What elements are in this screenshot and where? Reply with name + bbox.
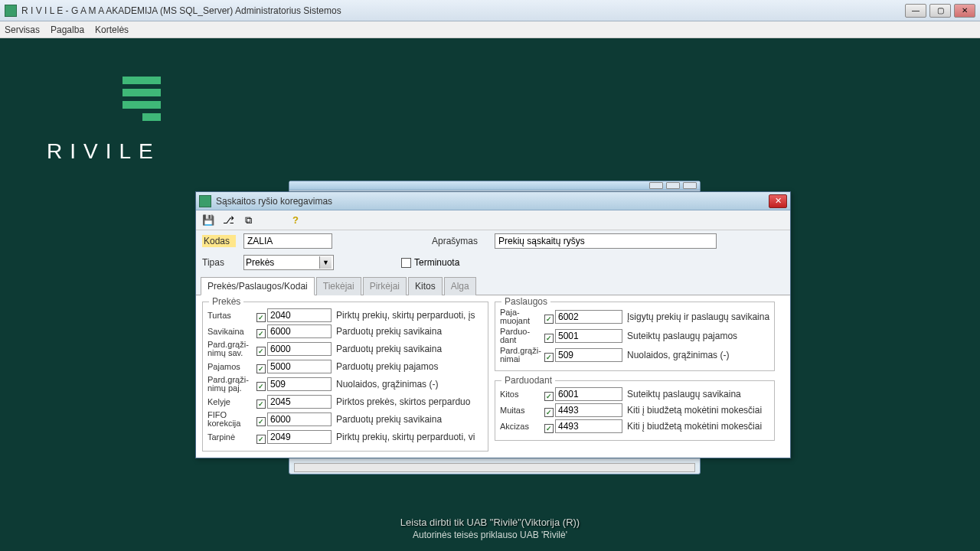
titlebar: R I V I L E - G A M A AKADEMIJA (MS SQL_… bbox=[0, 0, 980, 21]
menubar: Servisas Pagalba Kortelės bbox=[0, 21, 980, 38]
prekes-check[interactable]: ✓ bbox=[256, 399, 266, 409]
maximize-button[interactable]: ▢ bbox=[929, 4, 951, 18]
terminuota-label: Terminuota bbox=[414, 257, 459, 268]
logo: RIVILE bbox=[47, 77, 161, 164]
parduodant-row: Akcizas✓Kiti į biudžetą mokėtini mokesči… bbox=[500, 419, 769, 433]
dialog-close-button[interactable]: ✕ bbox=[769, 194, 787, 208]
menu-pagalba[interactable]: Pagalba bbox=[51, 24, 84, 35]
prekes-code-input[interactable] bbox=[267, 395, 332, 409]
minimize-button[interactable]: — bbox=[905, 4, 926, 18]
prekes-code-input[interactable] bbox=[267, 377, 332, 391]
prekes-label: Pard.grąži-nimų paj. bbox=[207, 376, 256, 393]
prekes-code-input[interactable] bbox=[267, 360, 332, 373]
group-prekes: Prekės Turtas✓Pirktų prekių, skirtų perp… bbox=[202, 302, 488, 452]
parduodant-code-input[interactable] bbox=[555, 403, 622, 417]
footer-line2: Autorinės teisės priklauso UAB 'Rivilė' bbox=[4, 530, 976, 540]
terminuota-checkbox-wrap[interactable]: Terminuota bbox=[401, 257, 459, 268]
window-controls: — ▢ ✕ bbox=[905, 4, 975, 18]
prekes-row: Tarpinė✓Pirktų prekių, skirtų perparduot… bbox=[207, 430, 483, 444]
parduodant-check[interactable]: ✓ bbox=[544, 424, 554, 433]
save-icon[interactable]: 💾 bbox=[201, 213, 216, 228]
prekes-code-input[interactable] bbox=[267, 308, 332, 322]
parduodant-desc: Kiti į biudžetą mokėtini mokesčiai bbox=[627, 405, 769, 416]
prekes-label: FIFOkorekcija bbox=[207, 411, 256, 428]
parduodant-desc: Kiti į biudžetą mokėtini mokesčiai bbox=[627, 421, 769, 432]
footer: Leista dirbti tik UAB "Rivilė"(Viktorija… bbox=[4, 517, 976, 540]
paslaugos-check[interactable]: ✓ bbox=[544, 315, 554, 324]
prekes-label: Pard.grąži-nimų sav. bbox=[207, 341, 256, 357]
prekes-code-input[interactable] bbox=[267, 324, 332, 338]
prekes-row: Pajamos✓Parduotų prekių pajamos bbox=[207, 360, 483, 373]
parduodant-code-input[interactable] bbox=[555, 387, 622, 401]
group-parduodant-title: Parduodant bbox=[501, 375, 555, 386]
prekes-check[interactable]: ✓ bbox=[256, 382, 266, 391]
parduodant-label: Muitas bbox=[500, 406, 544, 415]
bg-scrollbar[interactable] bbox=[294, 463, 695, 472]
prekes-desc: Nuolaidos, grąžinimas (-) bbox=[336, 379, 483, 390]
tab-prekes-paslaugos-kodai[interactable]: Prekės/Paslaugos/Kodai bbox=[201, 277, 315, 295]
paslaugos-code-input[interactable] bbox=[555, 348, 622, 362]
prekes-desc: Parduotų prekių pajamos bbox=[336, 361, 483, 372]
parduodant-code-input[interactable] bbox=[555, 419, 622, 433]
dialog: Sąskaitos ryšio koregavimas ✕ 💾 ⎇ ⧉ ? Ko… bbox=[195, 191, 791, 458]
menu-servisas[interactable]: Servisas bbox=[5, 24, 40, 35]
prekes-label: Turtas bbox=[207, 311, 256, 320]
prekes-row: Turtas✓Pirktų prekių, skirtų perparduoti… bbox=[207, 308, 483, 322]
prekes-code-input[interactable] bbox=[267, 430, 332, 444]
paslaugos-check[interactable]: ✓ bbox=[544, 353, 554, 362]
close-button[interactable]: ✕ bbox=[954, 4, 975, 18]
tab-kitos[interactable]: Kitos bbox=[408, 277, 443, 295]
tab-content: Prekės Turtas✓Pirktų prekių, skirtų perp… bbox=[196, 295, 790, 458]
tipas-select[interactable]: Prekės ▼ bbox=[243, 255, 334, 270]
prekes-check[interactable]: ✓ bbox=[256, 435, 266, 444]
tipas-label: Tipas bbox=[202, 257, 236, 268]
menu-korteles[interactable]: Kortelės bbox=[95, 24, 129, 35]
prekes-code-input[interactable] bbox=[267, 342, 332, 356]
app-icon bbox=[5, 5, 17, 17]
prekes-check[interactable]: ✓ bbox=[256, 313, 266, 322]
prekes-desc: Parduotų prekių savikaina bbox=[336, 326, 483, 337]
parduodant-check[interactable]: ✓ bbox=[544, 408, 554, 417]
prekes-code-input[interactable] bbox=[267, 412, 332, 426]
paslaugos-check[interactable]: ✓ bbox=[544, 334, 554, 343]
prekes-label: Tarpinė bbox=[207, 433, 256, 442]
paslaugos-code-input[interactable] bbox=[555, 310, 622, 324]
aprasymas-input[interactable] bbox=[495, 233, 717, 249]
prekes-check[interactable]: ✓ bbox=[256, 364, 266, 373]
prekes-check[interactable]: ✓ bbox=[256, 347, 266, 356]
tab-alga[interactable]: Alga bbox=[444, 277, 476, 295]
footer-line1: Leista dirbti tik UAB "Rivilė"(Viktorija… bbox=[4, 517, 976, 528]
prekes-row: Pard.grąži-nimų paj.✓Nuolaidos, grąžinim… bbox=[207, 376, 483, 393]
tab-pirkejai[interactable]: Pirkėjai bbox=[363, 277, 407, 295]
prekes-row: FIFOkorekcija✓Parduotų prekių savikaina bbox=[207, 411, 483, 428]
prekes-check[interactable]: ✓ bbox=[256, 417, 266, 426]
paslaugos-code-input[interactable] bbox=[555, 329, 622, 343]
dialog-title: Sąskaitos ryšio koregavimas bbox=[216, 196, 332, 207]
aprasymas-label: Aprašymas bbox=[432, 236, 487, 246]
terminuota-checkbox[interactable] bbox=[401, 258, 411, 268]
logo-bars-icon bbox=[47, 77, 161, 121]
group-prekes-title: Prekės bbox=[209, 296, 243, 307]
parduodant-check[interactable]: ✓ bbox=[544, 392, 554, 401]
tree-icon[interactable]: ⎇ bbox=[220, 213, 236, 228]
prekes-check[interactable]: ✓ bbox=[256, 329, 266, 338]
group-paslaugos: Paslaugos Paja-muojant✓Įsigytų prekių ir… bbox=[495, 302, 775, 371]
prekes-label: Savikaina bbox=[207, 328, 256, 336]
dialog-icon bbox=[199, 195, 211, 207]
kodas-input[interactable] bbox=[243, 233, 332, 249]
paslaugos-label: Pard.grąži-nimai bbox=[500, 347, 544, 364]
logo-text: RIVILE bbox=[47, 139, 161, 164]
paslaugos-desc: Įsigytų prekių ir paslaugų savikaina bbox=[627, 311, 769, 322]
prekes-desc: Pirktų prekių, skirtų perparduoti, įs bbox=[336, 310, 483, 321]
parduodant-desc: Suteiktų paslaugų savikaina bbox=[627, 389, 769, 399]
group-paslaugos-title: Paslaugos bbox=[501, 296, 550, 307]
paslaugos-desc: Nuolaidos, grąžinimas (-) bbox=[627, 350, 769, 360]
bg-maximize-button[interactable] bbox=[666, 182, 680, 189]
parduodant-row: Kitos✓Suteiktų paslaugų savikaina bbox=[500, 387, 769, 401]
bg-minimize-button[interactable] bbox=[649, 182, 663, 189]
copy-icon[interactable]: ⧉ bbox=[240, 213, 256, 228]
help-icon[interactable]: ? bbox=[288, 213, 303, 228]
tabs: Prekės/Paslaugos/Kodai Tiekėjai Pirkėjai… bbox=[196, 276, 790, 295]
bg-close-button[interactable] bbox=[683, 182, 697, 189]
tab-tiekejai[interactable]: Tiekėjai bbox=[316, 277, 361, 295]
